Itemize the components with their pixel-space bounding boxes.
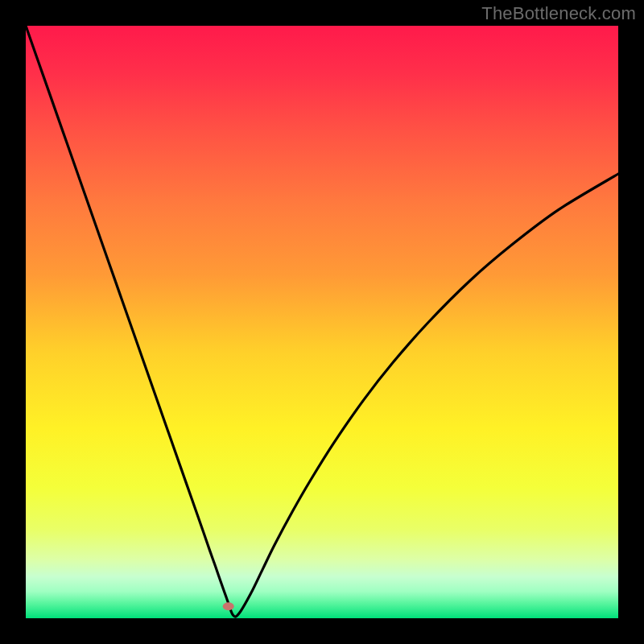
optimal-point-marker <box>223 602 234 610</box>
chart-frame: TheBottleneck.com <box>0 0 644 644</box>
watermark-text: TheBottleneck.com <box>481 3 636 24</box>
bottleneck-chart <box>26 26 618 618</box>
chart-background <box>26 26 618 618</box>
